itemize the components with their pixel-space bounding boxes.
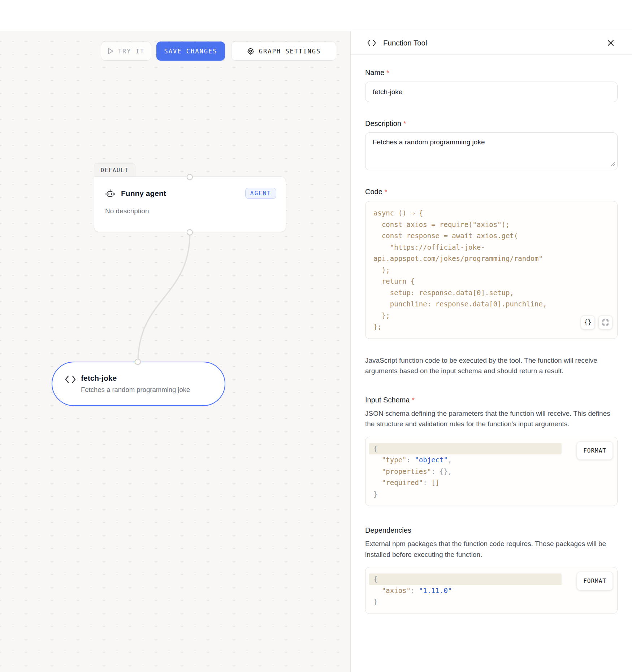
code-line: "https://official-joke- [373,242,609,253]
required-marker: * [386,69,389,77]
code-icon [64,375,81,384]
dependencies-help-text: External npm packages that the function … [365,538,618,560]
resize-handle-icon[interactable] [611,161,615,168]
group-tab-default[interactable]: DEFAULT [94,163,135,177]
code-line: } [373,489,609,500]
input-schema-group: Input Schema* JSON schema defining the p… [365,396,618,506]
gear-icon [247,47,255,55]
code-field-group: Code* async () ⇒ { const axios = require… [365,188,618,376]
code-line: "axios": "1.11.0" [373,585,609,597]
robot-icon [105,188,115,198]
description-label: Description [365,119,401,127]
function-tool-panel: Function Tool Name* Description* Fetches… [350,31,632,672]
graph-canvas[interactable]: TRY IT SAVE CHANGES GRAPH SETTINGS DEFAU… [0,31,350,672]
code-line: setup: response.data[0].setup, [373,287,609,299]
required-marker: * [385,188,387,196]
required-marker: * [412,396,414,404]
agent-node-title: Funny agent [121,189,240,198]
panel-body: Name* Description* Fetches a random prog… [351,55,632,614]
code-label: Code [365,188,382,196]
dependencies-editor[interactable]: FORMAT { "axios": "1.11.0"} [365,567,618,614]
close-icon[interactable] [605,38,616,48]
connection-handle-agent-bottom[interactable] [187,229,193,235]
code-line: { [369,443,562,455]
code-line: const axios = require("axios"); [373,219,609,231]
input-schema-help-text: JSON schema defining the parameters that… [365,408,618,429]
edge-layer [0,31,350,672]
input-schema-label: Input Schema [365,396,410,404]
save-changes-button[interactable]: SAVE CHANGES [156,42,225,61]
tool-node-title: fetch-joke [81,374,190,383]
play-icon [108,48,114,54]
connection-handle-tool-top[interactable] [135,359,141,365]
panel-title: Function Tool [383,39,605,47]
connection-handle-agent-top[interactable] [187,174,193,180]
code-line: } [373,596,609,608]
graph-settings-label: GRAPH SETTINGS [259,48,321,55]
panel-header: Function Tool [351,31,632,55]
format-button[interactable]: FORMAT [577,572,613,590]
name-input[interactable] [365,82,618,102]
code-line: "properties": {}, [373,466,609,477]
graph-settings-button[interactable]: GRAPH SETTINGS [231,42,336,61]
input-schema-editor[interactable]: FORMAT { "type": "object", "properties":… [365,437,618,506]
code-line: ); [373,265,609,276]
tool-node-fetch-joke[interactable]: fetch-joke Fetches a random programming … [52,362,225,406]
agent-badge: AGENT [245,188,276,199]
code-editor[interactable]: async () ⇒ { const axios = require("axio… [365,201,618,339]
tool-node-description: Fetches a random programming joke [81,386,190,394]
code-line: punchline: response.data[0].punchline, [373,298,609,310]
dependencies-group: Dependencies External npm packages that … [365,526,618,614]
agent-node[interactable]: Funny agent AGENT No description [94,176,286,232]
try-it-button[interactable]: TRY IT [101,42,151,61]
code-line: async () ⇒ { [373,208,609,219]
dependencies-label: Dependencies [365,526,411,534]
required-marker: * [403,120,406,127]
group-tab-label: DEFAULT [101,167,129,174]
code-line: "type": "object", [373,454,609,466]
code-line: }; [373,321,609,333]
save-changes-label: SAVE CHANGES [164,48,217,55]
name-field-group: Name* [365,69,618,102]
code-line: { [369,573,562,585]
format-braces-button[interactable]: {} [581,315,595,330]
try-it-label: TRY IT [118,48,144,55]
code-line: const response = await axios.get( [373,230,609,242]
description-textarea[interactable]: Fetches a random programming joke [365,132,618,170]
agent-node-description: No description [105,207,276,215]
expand-icon[interactable] [598,315,612,330]
code-help-text: JavaScript function code to be executed … [365,355,618,376]
name-label: Name [365,69,384,77]
code-line: api.appspot.com/jokes/programming/random… [373,253,609,265]
top-bar [0,0,632,31]
description-field-group: Description* Fetches a random programmin… [365,119,618,170]
code-line: return { [373,276,609,287]
code-icon [367,39,377,47]
edge-agent-to-tool[interactable] [138,232,190,363]
format-button[interactable]: FORMAT [577,441,613,460]
code-line: "required": [] [373,477,609,489]
code-line: }; [373,310,609,322]
